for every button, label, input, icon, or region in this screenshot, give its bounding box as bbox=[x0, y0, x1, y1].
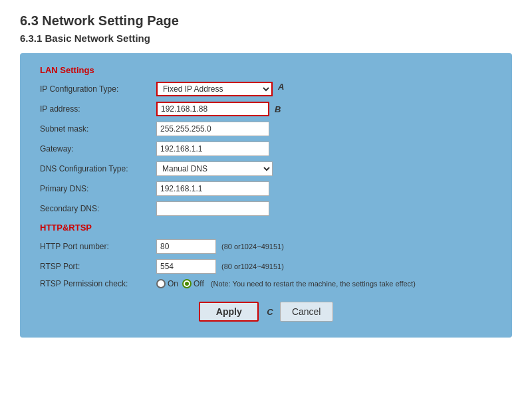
ip-config-type-select[interactable]: Fixed IP Address DHCP bbox=[156, 82, 273, 96]
rtsp-permission-label: RTSP Permission check: bbox=[40, 279, 156, 288]
subnet-mask-label: Subnet mask: bbox=[40, 124, 156, 134]
sub-title: 6.3.1 Basic Network Setting bbox=[20, 33, 512, 44]
rtsp-permission-group: On Off (Note: You need to restart the ma… bbox=[156, 279, 416, 288]
cancel-button[interactable]: Cancel bbox=[280, 302, 333, 322]
radio-on-button[interactable] bbox=[156, 279, 166, 288]
rtsp-note-text: (Note: You need to restart the machine, … bbox=[211, 280, 416, 288]
gateway-row: Gateway: bbox=[40, 142, 492, 156]
dns-config-type-row: DNS Configuration Type: Manual DNS Auto … bbox=[40, 161, 492, 176]
ip-address-wrap: B bbox=[156, 102, 281, 116]
dns-config-type-select[interactable]: Manual DNS Auto DNS bbox=[156, 161, 273, 176]
secondary-dns-row: Secondary DNS: bbox=[40, 201, 492, 216]
radio-on-label: On bbox=[168, 279, 178, 288]
secondary-dns-label: Secondary DNS: bbox=[40, 204, 156, 213]
rtsp-port-input[interactable] bbox=[156, 259, 216, 274]
apply-button[interactable]: Apply bbox=[199, 302, 259, 322]
primary-dns-input[interactable] bbox=[156, 181, 269, 196]
gateway-input[interactable] bbox=[156, 142, 269, 156]
secondary-dns-input[interactable] bbox=[156, 201, 269, 216]
lan-settings-label: LAN Settings bbox=[40, 65, 492, 75]
radio-off-inner bbox=[185, 282, 189, 286]
radio-off-button[interactable] bbox=[182, 279, 192, 288]
http-port-hint: (80 or1024~49151) bbox=[221, 243, 284, 251]
primary-dns-label: Primary DNS: bbox=[40, 184, 156, 193]
form-panel: LAN Settings IP Configuration Type: Fixe… bbox=[20, 53, 512, 338]
http-rtsp-label: HTTP&RTSP bbox=[40, 223, 492, 233]
annotation-b: B bbox=[275, 104, 281, 114]
ip-config-select-wrap: Fixed IP Address DHCP A bbox=[156, 82, 284, 96]
main-title: 6.3 Network Setting Page bbox=[20, 13, 512, 29]
radio-off-label: Off bbox=[194, 279, 204, 288]
ip-address-row: IP address: B bbox=[40, 102, 492, 116]
ip-config-type-row: IP Configuration Type: Fixed IP Address … bbox=[40, 82, 492, 96]
rtsp-port-row: RTSP Port: (80 or1024~49151) bbox=[40, 259, 492, 274]
rtsp-port-label: RTSP Port: bbox=[40, 262, 156, 271]
rtsp-port-hint: (80 or1024~49151) bbox=[221, 262, 284, 270]
dns-config-type-label: DNS Configuration Type: bbox=[40, 164, 156, 173]
http-port-label: HTTP Port number: bbox=[40, 242, 156, 251]
radio-on-item: On bbox=[156, 279, 178, 288]
gateway-label: Gateway: bbox=[40, 144, 156, 153]
ip-address-input[interactable] bbox=[156, 102, 269, 116]
button-row: Apply C Cancel bbox=[40, 302, 492, 322]
subnet-mask-input[interactable] bbox=[156, 122, 269, 136]
primary-dns-row: Primary DNS: bbox=[40, 181, 492, 196]
http-port-row: HTTP Port number: (80 or1024~49151) bbox=[40, 239, 492, 254]
annotation-a: A bbox=[278, 82, 284, 92]
http-port-input[interactable] bbox=[156, 239, 216, 254]
rtsp-permission-row: RTSP Permission check: On Off (Note: You… bbox=[40, 279, 492, 288]
radio-off-item: Off bbox=[182, 279, 204, 288]
subnet-mask-row: Subnet mask: bbox=[40, 122, 492, 136]
ip-address-label: IP address: bbox=[40, 104, 156, 114]
page-container: 6.3 Network Setting Page 6.3.1 Basic Net… bbox=[0, 0, 532, 351]
ip-config-type-label: IP Configuration Type: bbox=[40, 84, 156, 94]
annotation-c: C bbox=[267, 307, 273, 317]
